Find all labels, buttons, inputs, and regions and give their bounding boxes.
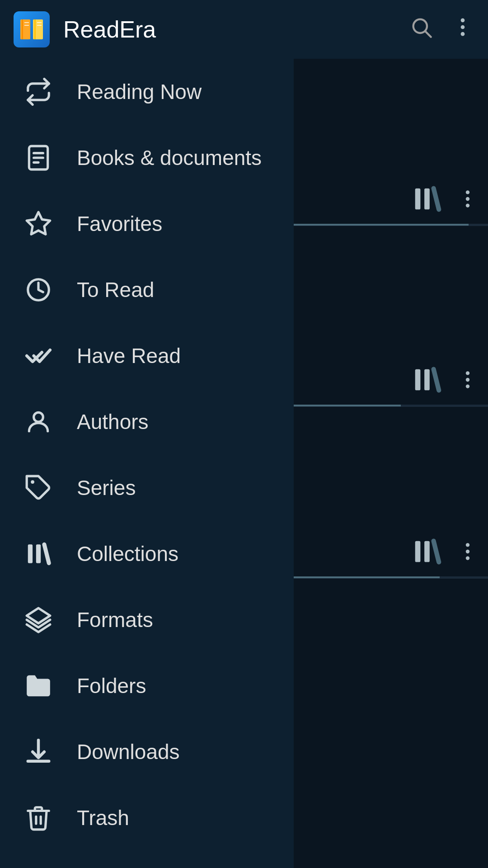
sidebar-item-folders[interactable]: Folders [0,653,294,719]
app-logo [14,11,50,47]
sidebar-item-authors-label: Authors [77,410,149,434]
sidebar-item-authors[interactable]: Authors [0,389,294,455]
sidebar-item-favorites[interactable]: Favorites [0,191,294,257]
svg-rect-31 [415,369,421,391]
progress-bar [294,405,401,406]
sidebar-item-trash[interactable]: Trash [0,785,294,851]
sidebar-item-favorites-label: Favorites [77,212,162,236]
star-icon [23,208,54,240]
repeat-icon [23,76,54,108]
progress-bar [294,224,469,226]
sidebar-item-formats[interactable]: Formats [0,587,294,653]
svg-rect-27 [424,189,430,210]
main-container: Reading Now Books & documents Favorit [0,59,488,868]
svg-point-12 [461,32,465,36]
book-library-icon [411,183,443,217]
sidebar-item-folders-label: Folders [77,674,146,698]
download-icon [23,736,54,768]
more-menu-button[interactable] [451,15,474,44]
svg-point-20 [31,480,34,484]
svg-point-19 [34,412,43,422]
clock-icon [23,274,54,306]
book-list-item [294,59,488,226]
sidebar-item-formats-label: Formats [77,608,153,632]
svg-rect-21 [28,544,33,563]
sidebar-item-books-documents-label: Books & documents [77,146,262,170]
svg-line-9 [426,31,431,37]
svg-rect-36 [415,541,421,562]
sidebar-item-reading-now[interactable]: Reading Now [0,59,294,125]
svg-rect-22 [36,544,41,563]
svg-point-10 [461,18,465,22]
sidebar-item-to-read[interactable]: To Read [0,257,294,323]
book-more-button[interactable] [456,188,479,212]
sidebar-item-trash-label: Trash [77,806,129,830]
svg-point-40 [466,556,469,560]
svg-point-29 [466,197,469,201]
book-library-icon [411,536,443,569]
sidebar-item-reading-now-label: Reading Now [77,80,202,104]
sidebar-item-downloads-label: Downloads [77,740,180,764]
trash-icon [23,802,54,834]
layers-icon [23,604,54,636]
book-more-button[interactable] [456,540,479,565]
app-header: ReadEra [0,0,488,59]
progress-bar-container [294,576,488,578]
svg-point-34 [466,378,469,382]
book-list-item [294,407,488,579]
sidebar-item-have-read-label: Have Read [77,344,181,368]
tag-icon [23,472,54,504]
svg-point-33 [466,371,469,375]
app-title: ReadEra [63,16,409,43]
progress-bar-container [294,405,488,406]
progress-bar [294,576,440,578]
sidebar-item-books-documents[interactable]: Books & documents [0,125,294,191]
svg-rect-26 [415,189,421,210]
library-icon [23,538,54,570]
svg-point-30 [466,203,469,207]
sidebar-item-series[interactable]: Series [0,455,294,521]
person-icon [23,406,54,438]
sidebar-item-collections[interactable]: Collections [0,521,294,587]
svg-point-11 [461,25,465,29]
svg-rect-1 [22,19,23,39]
file-text-icon [23,142,54,174]
double-check-icon [23,340,54,372]
sidebar-item-series-label: Series [77,476,136,500]
svg-point-28 [466,190,469,194]
navigation-drawer: Reading Now Books & documents Favorit [0,59,294,868]
book-list-item [294,226,488,407]
book-more-button[interactable] [456,368,479,393]
svg-rect-5 [34,19,36,39]
svg-rect-7 [37,25,42,26]
svg-point-39 [466,550,469,553]
sidebar-item-downloads[interactable]: Downloads [0,719,294,785]
svg-rect-37 [424,541,430,562]
sidebar-item-collections-label: Collections [77,542,178,566]
svg-rect-6 [37,22,42,23]
svg-rect-2 [24,22,29,23]
progress-bar-container [294,224,488,226]
svg-marker-17 [27,212,50,234]
content-panel [294,59,488,868]
book-library-icon [411,364,443,397]
svg-rect-32 [424,369,430,391]
svg-point-38 [466,543,469,547]
sidebar-item-have-read[interactable]: Have Read [0,323,294,389]
folder-icon [23,670,54,702]
search-button[interactable] [409,15,433,44]
svg-point-35 [466,384,469,388]
svg-rect-3 [24,25,29,26]
header-actions [409,15,474,44]
sidebar-item-to-read-label: To Read [77,278,154,302]
